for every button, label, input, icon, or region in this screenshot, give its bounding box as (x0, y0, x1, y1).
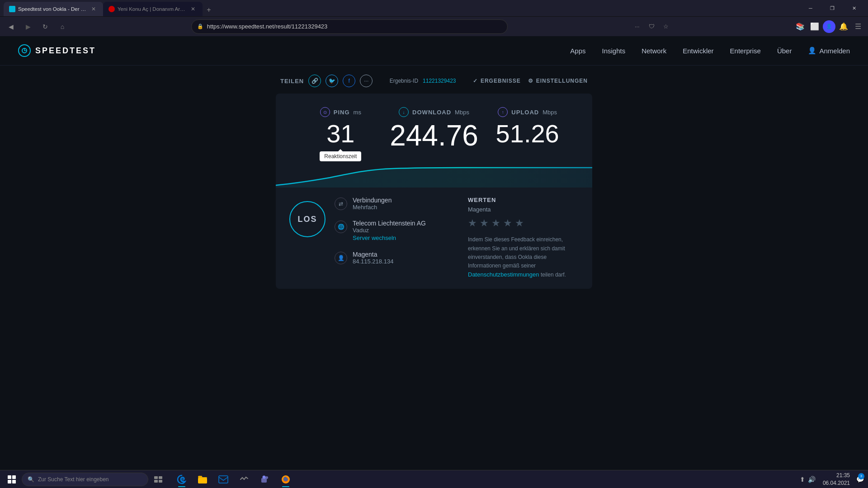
disclaimer-text: Indem Sie dieses Feedback einreichen, er… (468, 236, 565, 269)
bottom-section: LOS ⇄ Verbindungen Mehrfach (276, 188, 592, 289)
ping-value: 31 (326, 120, 354, 148)
shield-icon[interactable]: 🛡 (645, 20, 658, 33)
download-value: 244.76 (387, 120, 481, 151)
upload-label: UPLOAD (511, 109, 539, 116)
rating-isp: Magenta (468, 206, 579, 213)
speedtest-favicon (9, 6, 15, 12)
speedtest-logo-text: SPEEDTEST (35, 46, 96, 56)
connections-icon: ⇄ (335, 197, 347, 210)
svg-rect-3 (154, 480, 158, 483)
taskbar-firefox[interactable] (276, 470, 296, 488)
mail-icon (218, 475, 228, 483)
taskbar-right: ⬆ 🔊 21:35 06.04.2021 💬 3 (798, 471, 864, 488)
bookmarks-icon[interactable]: 📚 (794, 20, 807, 33)
start-button[interactable] (4, 471, 20, 488)
tab-donanim-label: Yeni Konu Aç | Donanım Arşivi (118, 6, 186, 12)
reading-mode-icon[interactable]: ⬜ (808, 20, 821, 33)
svg-rect-5 (198, 478, 207, 483)
clock-date: 06.04.2021 (823, 479, 850, 487)
extensions-button[interactable]: ··· (631, 20, 643, 33)
isp-name: Telecom Liechtenstein AG (353, 220, 445, 227)
share-bar: TEILEN 🔗 🐦 f ··· Ergebnis-ID 11221329423… (276, 75, 592, 94)
analytics-icon (239, 474, 249, 484)
nav-entwickler[interactable]: Entwickler (683, 47, 713, 55)
notifications-button[interactable]: 🔔 (837, 20, 850, 33)
minimize-button[interactable]: ─ (800, 0, 821, 16)
taskbar-teams[interactable] (255, 470, 275, 488)
maximize-button[interactable]: ❐ (822, 0, 843, 16)
results-button[interactable]: ✓ ERGEBNISSE (473, 78, 521, 84)
forward-button[interactable]: ▶ (21, 19, 35, 34)
rating-title: WERTEN (468, 197, 579, 203)
ping-label: PING (334, 109, 350, 116)
back-button[interactable]: ◀ (4, 19, 18, 34)
close-button[interactable]: ✕ (844, 0, 864, 16)
tab-donanim[interactable]: Yeni Konu Aç | Donanım Arşivi ✕ (103, 2, 203, 16)
nav-network[interactable]: Network (642, 47, 666, 55)
taskbar-file-explorer[interactable] (193, 470, 212, 488)
settings-button[interactable]: ⚙ EINSTELLUNGEN (528, 78, 588, 84)
change-server-link[interactable]: Server wechseln (353, 235, 396, 241)
results-label: ERGEBNISSE (481, 78, 521, 84)
task-view-icon (154, 476, 162, 483)
nav-enterprise[interactable]: Enterprise (730, 47, 761, 55)
share-left: TEILEN 🔗 🐦 f ··· (280, 75, 373, 87)
bookmark-button[interactable]: ☆ (660, 20, 672, 33)
disclaimer-end: teilen darf. (541, 272, 566, 278)
share-twitter-button[interactable]: 🐦 (326, 75, 338, 87)
address-bar[interactable]: 🔒 https://www.speedtest.net/result/11221… (191, 19, 508, 34)
taskbar-search[interactable]: 🔍 Zur Suche Text hier eingeben (22, 473, 148, 486)
isp-row: 🌐 Telecom Liechtenstein AG Vaduz Server … (335, 220, 445, 242)
new-tab-button[interactable]: + (203, 4, 215, 16)
settings-label: EINSTELLUNGEN (536, 78, 588, 84)
taskbar-apps (172, 470, 296, 488)
teams-icon (260, 474, 270, 484)
share-facebook-button[interactable]: f (343, 75, 355, 87)
star-1[interactable]: ★ (468, 217, 477, 229)
reload-button[interactable]: ↻ (38, 19, 52, 34)
edge-indicator (178, 486, 185, 487)
svg-rect-2 (159, 476, 162, 479)
profile-button[interactable]: 👤 (823, 20, 835, 33)
speedtest-nav: Apps Insights Network Entwickler Enterpr… (570, 47, 850, 55)
task-view-button[interactable] (150, 471, 166, 488)
tab-donanim-close[interactable]: ✕ (189, 5, 197, 13)
privacy-link[interactable]: Datenschutzbestimmungen (468, 271, 539, 278)
share-more-button[interactable]: ··· (360, 75, 373, 87)
ping-value-wrapper: 31 Reaktionszeit (326, 120, 354, 148)
star-4[interactable]: ★ (503, 217, 512, 229)
rating-section: WERTEN Magenta ★ ★ ★ ★ ★ Indem Sie diese… (459, 197, 579, 280)
nav-uber[interactable]: Über (777, 47, 792, 55)
taskbar-mail[interactable] (213, 470, 233, 488)
star-2[interactable]: ★ (480, 217, 489, 229)
nav-right: 📚 ⬜ 👤 🔔 ☰ (794, 20, 864, 33)
client-row: 👤 Magenta 84.115.218.134 (335, 251, 445, 265)
ping-header: ⊙ PING ms (294, 107, 387, 117)
star-3[interactable]: ★ (491, 217, 500, 229)
nav-insights[interactable]: Insights (602, 47, 625, 55)
download-label: DOWNLOAD (412, 109, 451, 116)
connections-row: ⇄ Verbindungen Mehrfach (335, 197, 445, 211)
network-tray-icon[interactable]: ⬆ (800, 476, 805, 483)
clock-time: 21:35 (823, 472, 850, 479)
nav-login[interactable]: 👤 Anmelden (808, 47, 850, 55)
upload-metric: ↑ UPLOAD Mbps 51.26 (481, 107, 574, 151)
star-rating[interactable]: ★ ★ ★ ★ ★ (468, 217, 579, 229)
ping-unit: ms (354, 109, 361, 116)
star-5[interactable]: ★ (515, 217, 524, 229)
tab-speedtest-close[interactable]: ✕ (90, 5, 98, 13)
menu-button[interactable]: ☰ (852, 20, 864, 33)
share-link-button[interactable]: 🔗 (308, 75, 321, 87)
taskbar-notification[interactable]: 💬 3 (855, 471, 864, 488)
action-buttons: ✓ ERGEBNISSE ⚙ EINSTELLUNGEN (473, 78, 588, 84)
taskbar-edge[interactable] (172, 470, 192, 488)
volume-tray-icon[interactable]: 🔊 (808, 476, 816, 483)
connections-value: Mehrfach (353, 204, 445, 211)
nav-apps[interactable]: Apps (570, 47, 585, 55)
tab-speedtest[interactable]: Speedtest von Ookla - Der um... ✕ (4, 2, 103, 16)
home-button[interactable]: ⌂ (55, 19, 70, 34)
los-button[interactable]: LOS (289, 201, 326, 237)
download-header: ↓ DOWNLOAD Mbps (387, 107, 481, 117)
upload-unit: Mbps (542, 109, 557, 116)
taskbar-analytics[interactable] (234, 470, 254, 488)
